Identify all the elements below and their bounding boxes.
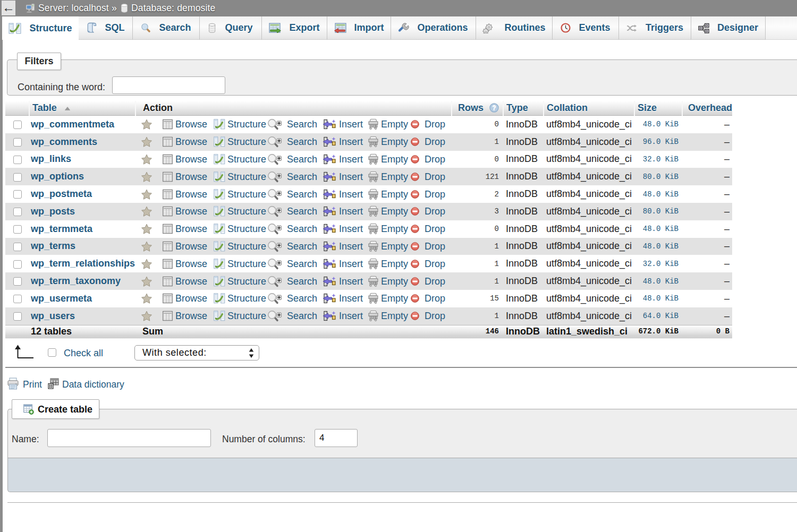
svg-text:?: ?: [492, 104, 496, 111]
